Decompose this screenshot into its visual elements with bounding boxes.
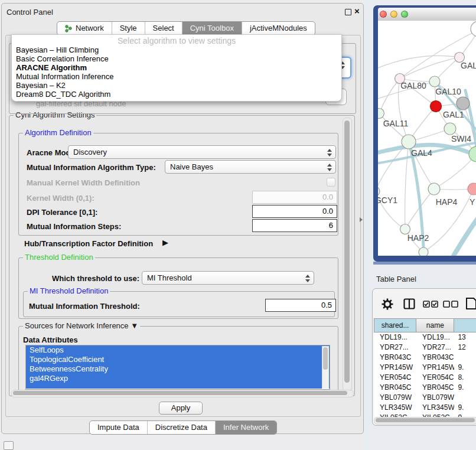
tab-infer-network[interactable]: Infer Network <box>215 421 276 434</box>
attribute-item[interactable]: BetweennessCentrality <box>26 364 330 374</box>
table-panel: shared... name YDL19...YDL19...13YDR27..… <box>372 288 476 426</box>
column-header-partial[interactable] <box>454 318 476 332</box>
network-node[interactable] <box>400 224 410 234</box>
algorithm-option[interactable]: Basic Correlation Inference <box>12 54 341 63</box>
dpi-tolerance-field[interactable]: 0.0 <box>252 205 337 218</box>
kernel-width-field[interactable]: 0.0 <box>252 191 337 204</box>
unchecked-checkboxes-icon[interactable] <box>443 301 458 308</box>
table-header-row: shared... name <box>374 318 476 332</box>
algorithm-option[interactable]: ARACNE Algorithm <box>12 63 341 72</box>
list-vertical-scrollbar[interactable] <box>322 346 329 389</box>
network-edge[interactable] <box>434 154 476 189</box>
checked-checkboxes-icon[interactable] <box>423 301 438 308</box>
document-icon[interactable] <box>465 297 476 310</box>
network-node[interactable] <box>457 97 470 110</box>
network-node[interactable] <box>419 247 428 256</box>
columns-icon[interactable] <box>403 298 415 309</box>
close-icon[interactable]: × <box>354 7 360 15</box>
attribute-item[interactable]: gal4RGexp <box>26 374 330 383</box>
list-vertical-scrollbar-thumb[interactable] <box>323 347 328 370</box>
collapse-arrow-icon[interactable]: ▼ <box>131 321 138 330</box>
network-edge[interactable] <box>379 79 400 113</box>
table-row[interactable]: YDR27...YDR27...12 <box>374 343 476 353</box>
table-row[interactable]: YPR145WYPR145W9. <box>374 363 476 373</box>
zoom-traffic-light-icon[interactable] <box>401 11 408 18</box>
aracne-mode-combobox[interactable]: Discovery <box>68 145 336 159</box>
network-edge[interactable] <box>454 214 476 256</box>
network-node[interactable] <box>378 109 384 119</box>
network-node[interactable] <box>431 101 442 112</box>
table-cell: YDR27... <box>416 343 454 353</box>
tab-style[interactable]: Style <box>112 22 145 35</box>
network-node[interactable] <box>428 183 440 195</box>
settings-vertical-scrollbar-thumb[interactable] <box>344 120 350 383</box>
column-header-name[interactable]: name <box>416 318 454 332</box>
network-node[interactable] <box>378 187 380 196</box>
apply-button[interactable]: Apply <box>159 402 203 415</box>
table-row[interactable]: YBR043CYBR043C <box>374 353 476 363</box>
table-row[interactable]: YBR045CYBR045C9. <box>374 383 476 393</box>
splitter-collapse-icon[interactable] <box>360 217 363 222</box>
network-node[interactable] <box>444 123 456 135</box>
table-row[interactable]: YLR345WYLR345W9. <box>374 403 476 413</box>
column-header-shared-name[interactable]: shared... <box>374 318 416 332</box>
tab-cyni-toolbox[interactable]: Cyni Toolbox <box>182 22 242 35</box>
algorithm-option[interactable]: Mutual Information Inference <box>12 72 341 81</box>
table-row[interactable]: YER054CYER054C8. <box>374 373 476 383</box>
table-cell: YIL052C <box>374 413 416 417</box>
attribute-item[interactable]: SelfLoops <box>26 345 330 355</box>
network-canvas[interactable]: GALGAL80GAL10GAL1GAL11SWI4GAL4GCY1HAP4YH… <box>378 21 476 256</box>
network-edge[interactable] <box>400 57 459 79</box>
mi-threshold-label: Mutual Information Threshold: <box>29 302 140 311</box>
mi-type-combobox[interactable]: Naive Bayes <box>165 160 336 174</box>
settings-vertical-scrollbar[interactable] <box>343 118 352 392</box>
table-horizontal-scrollbar[interactable] <box>374 417 476 425</box>
float-window-icon[interactable] <box>345 9 351 15</box>
table-cell: YBL079W <box>416 393 454 403</box>
algorithm-option[interactable]: Bayesian – Hill Climbing <box>12 45 341 54</box>
algorithm-option[interactable]: Bayesian – K2 <box>12 81 341 90</box>
table-cell: 9. <box>454 403 476 413</box>
node-label: GAL <box>461 61 476 70</box>
tab-discretize-data[interactable]: Discretize Data <box>147 421 215 434</box>
settings-horizontal-scrollbar-thumb[interactable] <box>13 391 347 395</box>
network-edge[interactable] <box>378 56 459 68</box>
table-row[interactable]: YBL079WYBL079W <box>374 393 476 403</box>
network-node[interactable] <box>471 21 476 37</box>
network-node[interactable] <box>469 146 476 162</box>
mi-threshold-field[interactable]: 0.5 <box>265 299 336 312</box>
tab-impute-data[interactable]: Impute Data <box>90 421 147 434</box>
network-window-titlebar[interactable] <box>378 8 476 21</box>
settings-horizontal-scrollbar[interactable] <box>11 390 354 397</box>
table-row[interactable]: YDL19...YDL19...13 <box>374 332 476 343</box>
attribute-item[interactable]: TopologicalCoefficient <box>26 355 330 364</box>
gear-icon[interactable] <box>382 298 393 310</box>
which-threshold-label: Which threshold to use: <box>52 274 139 283</box>
network-edge[interactable] <box>405 142 409 229</box>
minimize-traffic-light-icon[interactable] <box>390 11 397 18</box>
expand-arrow-icon[interactable]: ▶ <box>162 238 168 247</box>
network-edge[interactable] <box>400 30 476 79</box>
tab-select[interactable]: Select <box>145 22 182 35</box>
mi-steps-field[interactable]: 6 <box>252 219 337 232</box>
tab-network[interactable]: Network <box>57 22 112 35</box>
control-panel-window: Control Panel × Network Style Select Cyn… <box>1 3 364 434</box>
threshold-definition-title: Threshold Definition <box>23 253 95 261</box>
network-node[interactable] <box>429 76 440 87</box>
which-threshold-combobox[interactable]: MI Threshold <box>142 271 314 285</box>
hub-section-label: Hub/Transcription Factor Definition <box>24 239 153 248</box>
data-attributes-list[interactable]: SelfLoopsTopologicalCoefficientBetweenne… <box>25 345 330 390</box>
algorithm-option[interactable]: Dream8 DC_TDC Algorithm <box>12 90 341 99</box>
table-panel-title: Table Panel <box>376 275 416 283</box>
network-node[interactable] <box>402 135 416 149</box>
network-node[interactable] <box>468 183 476 195</box>
manual-kernel-checkbox[interactable] <box>327 178 335 187</box>
node-label: GAL10 <box>435 87 461 96</box>
table-row[interactable]: YIL052CYIL052C9 <box>374 413 476 417</box>
close-traffic-light-icon[interactable] <box>380 11 387 18</box>
collapsed-panel-icon[interactable] <box>4 441 14 450</box>
attribute-item-partial[interactable] <box>26 383 330 389</box>
table-cell: YLR345W <box>374 403 416 413</box>
table-horizontal-scrollbar-thumb[interactable] <box>376 418 475 422</box>
tab-jactivemnodules[interactable]: jActiveMNodules <box>242 22 315 35</box>
